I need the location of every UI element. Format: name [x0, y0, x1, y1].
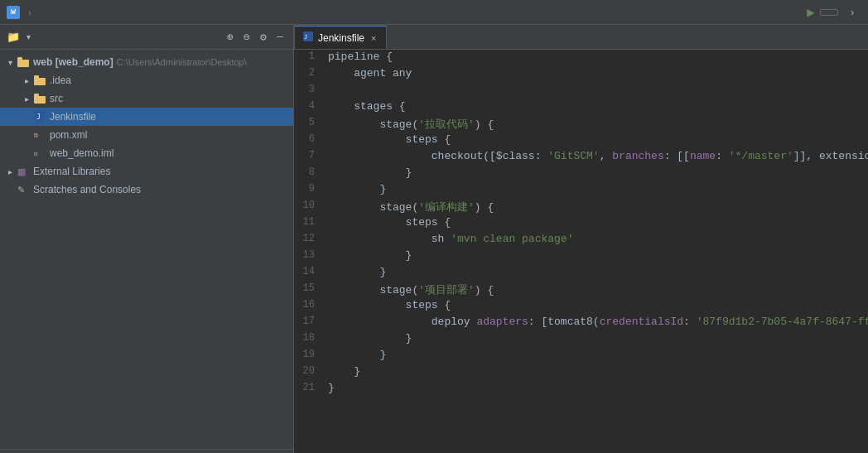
code-editor[interactable]: 1pipeline {2 agent any34 stages {5 stage…: [294, 50, 868, 453]
line-number: 3: [294, 83, 323, 99]
panel-dropdown-icon[interactable]: ▾: [27, 32, 31, 41]
tree-item-idea[interactable]: .idea: [0, 71, 293, 89]
hide-icon[interactable]: —: [273, 31, 287, 44]
line-number: 16: [294, 298, 323, 315]
code-line: 3: [294, 83, 868, 99]
line-content: stage('项目部署') {: [323, 282, 868, 298]
title-bar-left: w ›: [7, 6, 807, 19]
line-number: 15: [294, 282, 323, 298]
chevron-right-button[interactable]: ›: [843, 3, 861, 22]
add-configuration-button[interactable]: [820, 9, 838, 16]
code-line: 1pipeline {: [294, 50, 868, 66]
tree-item-iml[interactable]: ⊡web_demo.iml: [0, 144, 293, 162]
line-content: }: [323, 348, 868, 364]
settings-icon[interactable]: ⚙: [257, 31, 270, 44]
file-jenkins-icon: J: [33, 110, 46, 123]
tree-item-ext-libs[interactable]: ▦External Libraries: [0, 162, 293, 181]
tree-arrow-idea: [20, 74, 33, 87]
code-line: 4 stages {: [294, 99, 868, 116]
tree-arrow-src: [20, 92, 33, 105]
line-content: }: [323, 364, 868, 381]
file-xml-icon: m: [33, 128, 46, 142]
line-number: 20: [294, 364, 323, 381]
line-content: stages {: [323, 99, 868, 116]
tree-label-scratches: Scratches and Consoles: [33, 184, 141, 195]
line-number: 17: [294, 315, 323, 331]
line-number: 8: [294, 166, 323, 182]
line-number: 21: [294, 381, 323, 398]
tree-arrow-ext-libs: [3, 165, 17, 178]
line-content: }: [323, 381, 868, 398]
line-content: }: [323, 248, 868, 265]
breadcrumb: ›: [25, 7, 35, 18]
tree-item-jenkinsfile[interactable]: JJenkinsfile: [0, 108, 293, 126]
tree-label-pom: pom.xml: [50, 129, 87, 141]
code-line: 19 }: [294, 348, 868, 364]
code-line: 18 }: [294, 331, 868, 348]
line-content: stage('编译构建') {: [323, 199, 868, 215]
code-line: 20 }: [294, 364, 868, 381]
svg-text:J: J: [304, 34, 307, 41]
line-content: deploy adapters: [tomcat8(credentialsId:…: [323, 315, 868, 331]
line-number: 5: [294, 116, 323, 133]
tree-item-scratches[interactable]: ✎Scratches and Consoles: [0, 181, 293, 199]
line-number: 14: [294, 265, 323, 282]
line-number: 13: [294, 248, 323, 265]
editor-area: JJenkinsfile× 1pipeline {2 agent any34 s…: [294, 25, 868, 453]
sidebar: 📁 ▾ ⊕ ⊖ ⚙ — web [web_demo]C:\Users\Admin…: [0, 25, 294, 453]
tree-arrow-web-root: [3, 55, 17, 69]
svg-text:▦: ▦: [17, 166, 26, 176]
line-number: 9: [294, 182, 323, 199]
tree-path-web-root: C:\Users\Administrator\Desktop\: [117, 57, 247, 67]
panel-tools: ⊕ ⊖ ⚙ —: [224, 31, 287, 44]
line-content: steps {: [323, 298, 868, 315]
tree-item-src[interactable]: src: [0, 89, 293, 108]
tree-label-jenkinsfile: Jenkinsfile: [50, 111, 96, 123]
tree-label-iml: web_demo.iml: [50, 147, 113, 159]
code-line: 10 stage('编译构建') {: [294, 199, 868, 215]
sync-icon[interactable]: ⊕: [224, 31, 237, 44]
line-number: 19: [294, 348, 323, 364]
line-number: 18: [294, 331, 323, 348]
line-number: 12: [294, 232, 323, 248]
svg-text:✎: ✎: [17, 185, 25, 195]
project-tree[interactable]: web [web_demo]C:\Users\Administrator\Des…: [0, 50, 293, 449]
line-content: steps {: [323, 133, 868, 149]
project-panel-title: 📁 ▾: [7, 31, 219, 43]
ext-lib-icon: ▦: [17, 165, 30, 178]
line-content: steps {: [323, 215, 868, 232]
code-line: 13 }: [294, 248, 868, 265]
code-line: 8 }: [294, 166, 868, 182]
tab-file-icon: J: [303, 31, 313, 44]
tree-label-ext-libs: External Libraries: [33, 166, 110, 177]
tab-label: Jenkinsfile: [318, 32, 364, 44]
line-number: 6: [294, 133, 323, 149]
code-line: 14 }: [294, 265, 868, 282]
code-line: 7 checkout([$class: 'GitSCM', branches: …: [294, 149, 868, 166]
svg-rect-5: [34, 94, 39, 97]
collapse-icon[interactable]: ⊖: [240, 31, 253, 44]
line-content: sh 'mvn clean package': [323, 232, 868, 248]
breadcrumb-sep1: ›: [28, 7, 31, 18]
line-content: }: [323, 331, 868, 348]
svg-text:⊡: ⊡: [34, 151, 37, 157]
code-line: 6 steps {: [294, 133, 868, 149]
svg-rect-4: [34, 96, 46, 104]
line-content: }: [323, 166, 868, 182]
tree-item-pom[interactable]: mpom.xml: [0, 126, 293, 144]
code-line: 5 stage('拉取代码') {: [294, 116, 868, 133]
tab-close-button[interactable]: ×: [369, 32, 378, 44]
folder-open-icon: [17, 55, 30, 69]
code-line: 12 sh 'mvn clean package': [294, 232, 868, 248]
line-number: 11: [294, 215, 323, 232]
code-table: 1pipeline {2 agent any34 stages {5 stage…: [294, 50, 868, 398]
tree-item-web-root[interactable]: web [web_demo]C:\Users\Administrator\Des…: [0, 53, 293, 71]
tab-jenkinsfile-tab[interactable]: JJenkinsfile×: [294, 26, 387, 49]
line-content: pipeline {: [323, 50, 868, 66]
line-content: [323, 83, 868, 99]
file-iml-icon: ⊡: [33, 147, 46, 160]
svg-text:m: m: [34, 132, 38, 139]
scratches-icon: ✎: [17, 183, 30, 196]
line-number: 1: [294, 50, 323, 66]
line-content: agent any: [323, 66, 868, 83]
